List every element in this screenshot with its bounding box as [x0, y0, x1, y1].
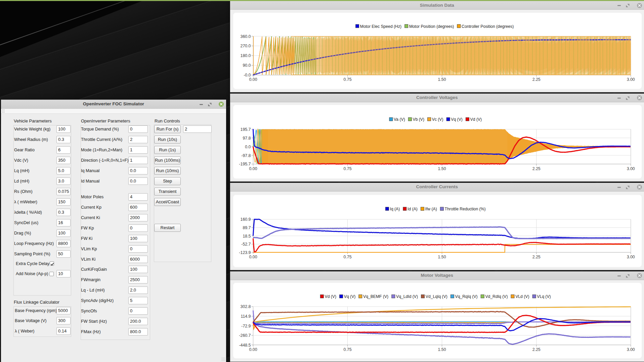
- svg-text:3.00: 3.00: [627, 255, 635, 259]
- svg-text:2.25: 2.25: [532, 77, 541, 82]
- svg-text:0.00: 0.00: [249, 166, 257, 171]
- svg-text:1.50: 1.50: [438, 255, 446, 259]
- svg-text:3.00: 3.00: [627, 166, 635, 171]
- svg-text:270.0: 270.0: [240, 44, 251, 48]
- svg-text:2.25: 2.25: [532, 166, 541, 171]
- svg-text:Vd_LqIq (V): Vd_LqIq (V): [426, 294, 447, 299]
- svg-text:Vd (V): Vd (V): [470, 117, 482, 122]
- svg-text:Ifw (A): Ifw (A): [425, 207, 437, 211]
- svg-text:0.75: 0.75: [343, 77, 351, 82]
- svg-text:Vq_RqIq (V): Vq_RqIq (V): [455, 294, 478, 299]
- svg-text:2.25: 2.25: [532, 255, 541, 259]
- svg-text:195.7: 195.7: [240, 127, 251, 132]
- svg-text:Vd (V): Vd (V): [325, 294, 337, 299]
- svg-text:1.50: 1.50: [438, 166, 446, 171]
- svg-text:-195.7: -195.7: [239, 162, 251, 166]
- svg-text:-260.7: -260.7: [239, 333, 251, 338]
- svg-text:Vq_LdId (V): Vq_LdId (V): [396, 294, 418, 299]
- svg-text:302.8: 302.8: [240, 304, 251, 309]
- svg-text:89.7: 89.7: [243, 225, 251, 230]
- svg-text:1.50: 1.50: [438, 347, 446, 352]
- svg-text:0.75: 0.75: [343, 347, 351, 352]
- svg-text:-52.7: -52.7: [241, 242, 251, 247]
- svg-text:0.75: 0.75: [343, 166, 351, 171]
- svg-text:Vd_RdIq (V): Vd_RdIq (V): [485, 294, 508, 299]
- svg-text:1.50: 1.50: [438, 77, 446, 82]
- svg-text:0.00: 0.00: [249, 77, 257, 82]
- svg-text:160.9: 160.9: [240, 217, 251, 222]
- svg-text:Throttle Reduction (%): Throttle Reduction (%): [445, 207, 486, 211]
- svg-text:0.00: 0.00: [249, 347, 257, 352]
- svg-text:Motor Position (degrees): Motor Position (degrees): [409, 24, 454, 29]
- svg-text:3.00: 3.00: [627, 347, 635, 352]
- svg-text:2.25: 2.25: [532, 347, 541, 352]
- svg-text:VLd (V): VLd (V): [515, 294, 529, 299]
- svg-text:360.0: 360.0: [240, 34, 251, 39]
- svg-text:0.75: 0.75: [343, 255, 351, 259]
- svg-text:0.00: 0.00: [249, 255, 257, 259]
- svg-text:97.8: 97.8: [243, 136, 251, 141]
- svg-text:Va (V): Va (V): [394, 117, 405, 122]
- svg-text:Id (A): Id (A): [407, 207, 418, 211]
- svg-text:0.0: 0.0: [245, 145, 251, 149]
- svg-text:Vc (V): Vc (V): [432, 117, 443, 122]
- svg-text:90.0: 90.0: [243, 63, 251, 68]
- svg-text:Vq (V): Vq (V): [451, 117, 463, 122]
- svg-text:-97.8: -97.8: [241, 153, 251, 158]
- svg-text:-448.5: -448.5: [239, 343, 251, 348]
- svg-text:Vq_BEMF (V): Vq_BEMF (V): [363, 294, 388, 299]
- svg-text:18.5: 18.5: [243, 234, 251, 239]
- svg-text:Controller Position (degrees): Controller Position (degrees): [462, 24, 514, 29]
- svg-text:180.0: 180.0: [240, 53, 251, 58]
- svg-text:VLq (V): VLq (V): [537, 294, 551, 299]
- svg-text:-72.9: -72.9: [241, 324, 251, 328]
- svg-text:Motor Elec Speed (Hz): Motor Elec Speed (Hz): [360, 24, 401, 29]
- svg-text:Vb (V): Vb (V): [413, 117, 425, 122]
- svg-text:Vq (V): Vq (V): [344, 294, 356, 299]
- svg-text:Iq (A): Iq (A): [390, 207, 400, 211]
- svg-text:3.00: 3.00: [627, 77, 635, 82]
- svg-text:114.9: 114.9: [241, 314, 251, 319]
